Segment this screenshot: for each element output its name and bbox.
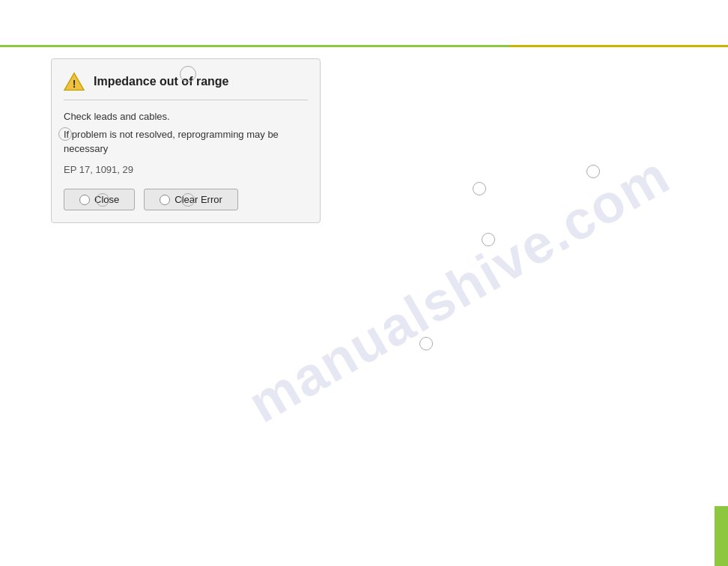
dialog-message-line1: Check leads and cables. bbox=[64, 109, 308, 124]
decorative-circle-8 bbox=[419, 337, 433, 350]
decorative-circle-3 bbox=[96, 193, 109, 207]
warning-triangle-icon: ! bbox=[64, 71, 85, 92]
decorative-circle-2 bbox=[58, 127, 72, 141]
decorative-circle-5 bbox=[473, 182, 486, 195]
svg-text:!: ! bbox=[73, 78, 76, 90]
close-button-radio bbox=[79, 195, 90, 205]
decorative-circle-4 bbox=[181, 193, 195, 207]
dialog-body: Check leads and cables. If problem is no… bbox=[64, 109, 308, 177]
bottom-right-bar bbox=[715, 506, 728, 566]
decorative-circle-6 bbox=[586, 165, 600, 178]
top-bar bbox=[0, 45, 728, 47]
dialog-error-code: EP 17, 1091, 29 bbox=[64, 162, 308, 177]
decorative-circle-7 bbox=[482, 233, 495, 246]
clear-error-button-radio bbox=[160, 195, 170, 205]
decorative-circle-1 bbox=[180, 66, 196, 82]
dialog-title: Impedance out of range bbox=[94, 75, 228, 88]
dialog-message-line2: If problem is not resolved, reprogrammin… bbox=[64, 127, 308, 156]
